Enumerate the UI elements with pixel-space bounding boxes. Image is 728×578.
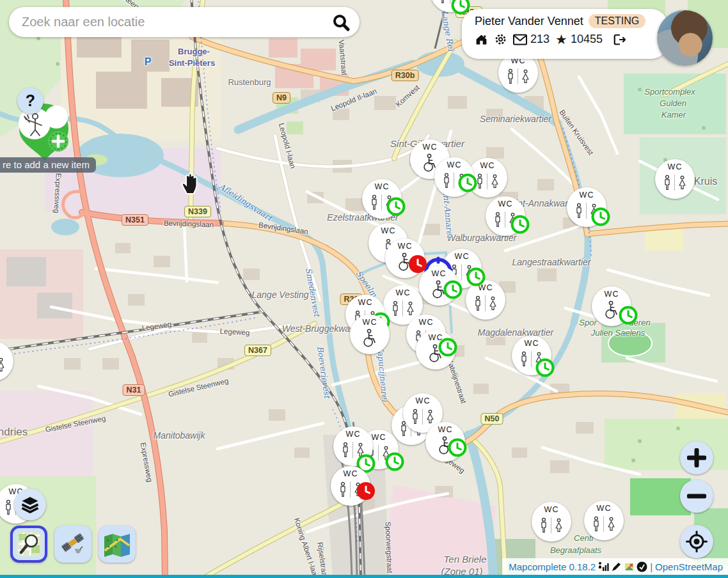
minus-icon	[687, 487, 706, 506]
theme-icon[interactable]	[624, 562, 634, 572]
toilet-pictogram	[390, 298, 416, 318]
open-clock-badge	[386, 197, 406, 216]
marker-wc-label: WC	[396, 288, 411, 297]
background-layer-picker	[10, 526, 136, 563]
add-item-tooltip: re to add a new item	[0, 157, 96, 173]
marker-wc-label: WC	[455, 252, 470, 261]
marker-wc-label: WC	[416, 396, 431, 405]
home-icon[interactable]	[475, 33, 488, 46]
attribution-app-version[interactable]: Mapcomplete 0.18.2	[509, 561, 596, 572]
marker-wc-label: WC	[432, 269, 447, 278]
user-panel[interactable]: Pieter Vander Vennet TESTING 213 ★ 10455	[462, 9, 668, 59]
search-input[interactable]	[20, 14, 331, 30]
toilet-pictogram	[360, 327, 380, 348]
star-icon[interactable]: ★	[555, 34, 567, 45]
toilet-marker[interactable]: WC	[567, 187, 606, 227]
toilet-pictogram	[505, 66, 531, 86]
messages-count: 213	[530, 33, 550, 46]
open-clock-badge	[385, 452, 404, 471]
toilet-pictogram	[539, 515, 564, 535]
marker-wc-label: WC	[580, 191, 594, 199]
open-clock-badge	[510, 215, 530, 234]
marker-wc-label: WC	[447, 160, 462, 169]
zoom-out-button[interactable]	[680, 480, 713, 513]
closed-clock-badge	[408, 254, 427, 274]
statistics-icon[interactable]	[598, 561, 609, 572]
attribution-separator: |	[650, 561, 653, 572]
toilet-marker[interactable]: WC	[498, 53, 538, 93]
folded-map-icon	[103, 531, 131, 557]
toilet-pictogram	[410, 406, 436, 426]
attribution-bar: Mapcomplete 0.18.2 | OpenStreetMap	[502, 558, 728, 575]
toilet-marker[interactable]: WC	[592, 286, 631, 326]
toilet-marker[interactable]: WC	[0, 341, 13, 381]
marker-wc-label: WC	[525, 339, 539, 348]
help-button[interactable]: ?	[17, 88, 44, 114]
toilet-marker[interactable]: WC	[362, 179, 402, 219]
open-clock-badge	[458, 173, 477, 192]
background-foldedmap-button[interactable]	[99, 526, 136, 563]
background-satellite-button[interactable]	[54, 526, 91, 563]
open-clock-badge	[448, 438, 467, 457]
open-clock-badge	[591, 207, 610, 226]
gear-icon[interactable]	[494, 33, 507, 46]
background-map-button[interactable]	[10, 526, 47, 563]
stars-count: 10455	[571, 33, 603, 46]
marker-wc-label: WC	[381, 226, 396, 235]
search-bar	[9, 7, 360, 37]
marker-wc-label: WC	[419, 318, 434, 327]
geolocate-button[interactable]	[680, 525, 713, 558]
toilet-marker[interactable]: WC	[584, 501, 624, 540]
marker-wc-label: WC	[423, 143, 438, 152]
testing-badge: TESTING	[589, 14, 645, 28]
toilet-pictogram	[473, 293, 498, 313]
marker-wc-label: WC	[438, 425, 453, 434]
layers-button[interactable]	[14, 488, 46, 520]
marker-wc-label: WC	[668, 162, 683, 171]
zoom-in-button[interactable]	[680, 441, 713, 474]
marker-wc-label: WC	[480, 161, 495, 170]
layers-icon	[20, 496, 40, 513]
toilet-marker[interactable]: WC	[350, 315, 390, 354]
toilet-marker[interactable]: WC	[532, 502, 571, 542]
toilet-marker[interactable]: WC	[331, 466, 370, 506]
toilet-marker[interactable]: WC	[333, 426, 373, 466]
marker-wc-label: WC	[346, 430, 361, 439]
toilet-pictogram	[591, 513, 617, 534]
toilet-marker[interactable]: WC	[434, 157, 474, 197]
toilet-marker[interactable]: WC	[431, 0, 470, 12]
osm-attribution-link[interactable]: OpenStreetMap	[655, 561, 723, 572]
marker-wc-label: WC	[597, 504, 612, 513]
marker-wc-label: WC	[375, 182, 390, 191]
marker-wc-label: WC	[363, 318, 377, 327]
toilet-marker[interactable]: WC	[425, 422, 465, 462]
community-icon[interactable]	[637, 561, 647, 572]
toilet-marker[interactable]: WC	[486, 196, 525, 236]
marker-wc-label: WC	[358, 298, 373, 307]
toilet-marker[interactable]: WC	[512, 336, 551, 375]
toilet-marker[interactable]: WC	[416, 330, 455, 370]
marker-wc-label: WC	[398, 242, 413, 251]
marker-wc-label: WC	[498, 199, 513, 208]
envelope-icon[interactable]	[513, 34, 527, 45]
toilet-pictogram	[0, 354, 6, 375]
user-name: Pieter Vander Vennet	[475, 15, 583, 28]
add-new-item-pin[interactable]	[6, 102, 73, 165]
marker-wc-label: WC	[0, 345, 1, 354]
user-avatar[interactable]	[657, 10, 713, 66]
satellite-icon	[59, 530, 87, 558]
osm-map-icon	[16, 531, 42, 557]
logout-icon[interactable]	[612, 33, 626, 46]
search-icon[interactable]	[331, 13, 351, 32]
pencil-icon[interactable]	[612, 561, 622, 572]
map-app: Brugge-Sint-PietersRustenburgSint-Gillis…	[0, 0, 728, 578]
toilet-pictogram	[662, 172, 688, 192]
open-clock-badge	[535, 358, 555, 377]
marker-wc-label: WC	[344, 469, 358, 478]
help-label: ?	[26, 91, 35, 110]
open-clock-badge	[619, 306, 638, 325]
open-clock-badge	[443, 280, 463, 299]
marker-layer: WCWCWCWCWCWCWCWCWCWCWCWCWCWCWCWCWCWCWCWC…	[0, 0, 728, 578]
toilet-marker[interactable]: WC	[655, 159, 695, 199]
crosshair-icon	[686, 531, 708, 552]
